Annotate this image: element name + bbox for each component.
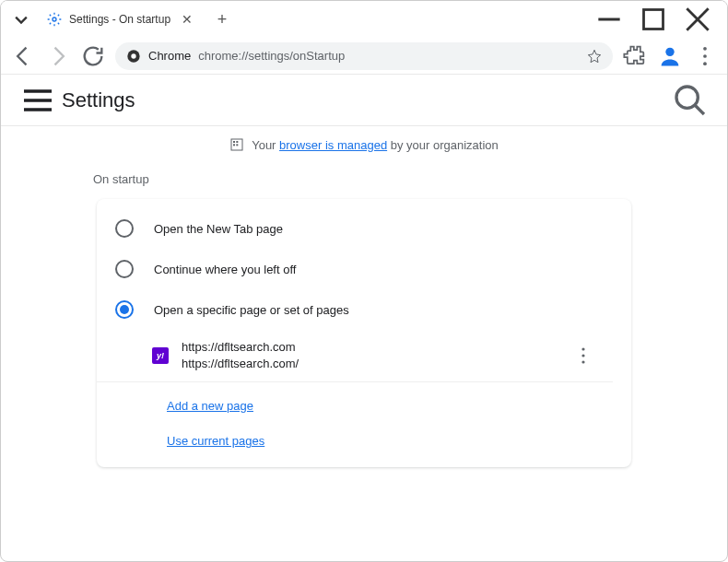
managed-link[interactable]: browser is managed [279,138,387,152]
managed-text: Your browser is managed by your organiza… [252,138,499,152]
browser-tab[interactable]: Settings - On startup ✕ [38,5,204,34]
add-page-link[interactable]: Add a new page [167,399,253,413]
forward-button[interactable] [45,43,71,69]
extensions-icon[interactable] [622,43,648,69]
option-label: Continue where you left off [154,263,296,276]
add-page-row: Add a new page [97,388,631,423]
tab-search-dropdown[interactable] [8,6,34,32]
svg-point-0 [53,18,56,21]
svg-point-6 [703,46,707,50]
settings-content: On startup Open the New Tab page Continu… [1,163,727,467]
window-close-button[interactable] [685,6,710,32]
svg-point-9 [676,87,698,108]
chrome-icon [126,49,141,64]
section-title: On startup [93,172,727,186]
more-vert-icon[interactable] [572,345,594,367]
settings-header: Settings [1,75,727,126]
radio-icon [115,219,134,238]
address-url: chrome://settings/onStartup [198,49,580,63]
use-current-row: Use current pages [97,423,631,458]
use-current-link[interactable]: Use current pages [167,434,264,448]
svg-point-17 [581,355,584,357]
reload-button[interactable] [80,43,106,69]
svg-rect-15 [237,144,239,146]
address-bar[interactable]: Chrome chrome://settings/onStartup [115,42,613,70]
startup-card: Open the New Tab page Continue where you… [97,199,631,467]
building-icon [229,137,244,152]
radio-icon [115,300,134,319]
minimize-button[interactable] [596,6,622,32]
window-controls [596,6,720,32]
option-label: Open the New Tab page [154,222,283,236]
managed-banner: Your browser is managed by your organiza… [1,126,727,163]
search-icon[interactable] [672,82,709,119]
svg-point-16 [581,348,584,351]
option-specific-pages[interactable]: Open a specific page or set of pages [97,289,631,330]
page-title: Settings [62,88,135,112]
svg-point-18 [581,361,584,364]
menu-dots-icon[interactable] [692,43,718,69]
hamburger-menu-icon[interactable] [19,82,56,119]
option-new-tab[interactable]: Open the New Tab page [97,208,631,249]
maximize-button[interactable] [640,6,666,32]
svg-rect-14 [233,144,235,146]
tab-title: Settings - On startup [69,13,172,26]
svg-point-4 [131,53,135,58]
page-entry-title: https://dfltsearch.com [182,339,559,356]
radio-icon [115,260,134,278]
address-label: Chrome [148,49,191,63]
browser-toolbar: Chrome chrome://settings/onStartup [1,38,727,75]
svg-point-5 [665,47,674,55]
close-icon[interactable]: ✕ [180,12,194,27]
svg-point-7 [703,54,707,58]
profile-icon[interactable] [657,43,683,69]
back-button[interactable] [10,43,36,69]
svg-rect-2 [644,10,663,29]
svg-line-10 [695,105,704,114]
window-titlebar: Settings - On startup ✕ + [1,1,727,38]
new-tab-button[interactable]: + [209,6,235,32]
svg-point-8 [703,62,707,65]
page-entry-url: https://dfltsearch.com/ [182,356,559,372]
option-continue[interactable]: Continue where you left off [97,249,631,289]
svg-rect-12 [233,141,235,143]
option-label: Open a specific page or set of pages [154,303,349,317]
svg-rect-13 [237,141,239,143]
page-entry-text: https://dfltsearch.com https://dfltsearc… [182,339,559,372]
gear-icon [47,12,62,27]
page-favicon: y! [152,347,169,364]
star-icon[interactable] [587,49,602,64]
startup-page-entry: y! https://dfltsearch.com https://dfltse… [97,330,613,382]
